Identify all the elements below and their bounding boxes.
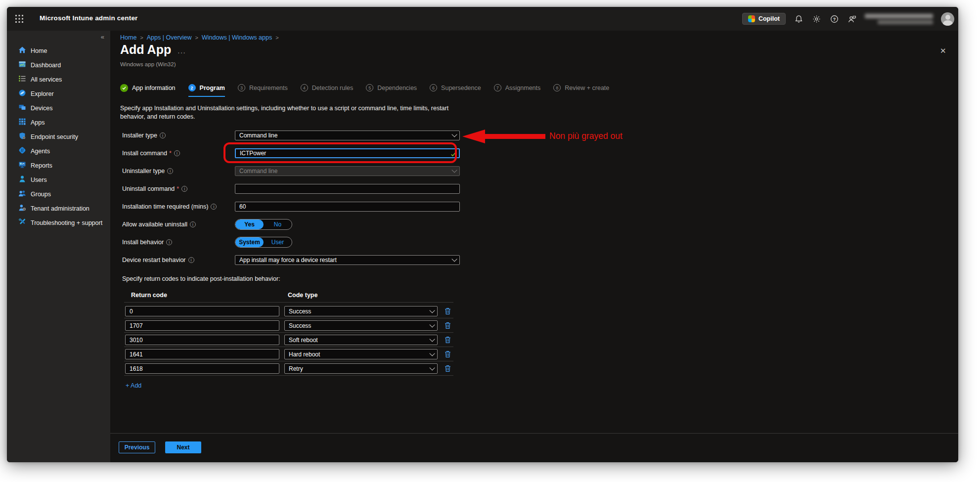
breadcrumb-home[interactable]: Home bbox=[120, 34, 136, 41]
sidebar-item-agents[interactable]: Agents bbox=[7, 144, 110, 158]
devices-icon bbox=[18, 103, 26, 113]
account-name-blurred bbox=[865, 14, 933, 24]
sidebar-item-troubleshooting[interactable]: Troubleshooting + support bbox=[7, 216, 110, 230]
sidebar-item-endpoint-security[interactable]: Endpoint security bbox=[7, 130, 110, 144]
sidebar-item-home[interactable]: Home bbox=[7, 44, 110, 58]
delete-icon[interactable] bbox=[445, 351, 451, 360]
feedback-icon[interactable] bbox=[847, 14, 857, 24]
help-icon[interactable]: ? bbox=[829, 14, 839, 24]
install-behavior-user[interactable]: User bbox=[264, 237, 292, 247]
all-services-icon bbox=[18, 75, 26, 84]
settings-gear-icon[interactable] bbox=[811, 14, 821, 24]
info-icon[interactable]: i bbox=[174, 150, 180, 156]
code-type-select[interactable]: Success bbox=[284, 320, 438, 331]
copilot-label: Copilot bbox=[758, 15, 780, 22]
svg-text:?: ? bbox=[833, 16, 836, 21]
code-type-select[interactable]: Soft reboot bbox=[284, 335, 438, 345]
install-time-input[interactable] bbox=[235, 202, 460, 212]
add-return-code-button[interactable]: + Add bbox=[126, 382, 141, 389]
breadcrumb-windows-apps[interactable]: Windows | Windows apps bbox=[202, 34, 272, 41]
return-code-input[interactable] bbox=[125, 335, 279, 345]
app-title: Microsoft Intune admin center bbox=[40, 14, 138, 22]
chevron-down-icon bbox=[429, 336, 435, 342]
allow-uninstall-yes[interactable]: Yes bbox=[235, 219, 264, 229]
chevron-down-icon bbox=[429, 351, 435, 356]
sidebar-item-devices[interactable]: Devices bbox=[7, 101, 110, 115]
intune-admin-window: Microsoft Intune admin center Copilot bbox=[7, 7, 958, 462]
wizard-steps: App information 2 Program 3 Requirements… bbox=[120, 84, 609, 97]
close-icon[interactable]: ✕ bbox=[940, 46, 946, 55]
copilot-button[interactable]: Copilot bbox=[742, 13, 786, 25]
tab-requirements[interactable]: 3 Requirements bbox=[238, 84, 288, 96]
copilot-icon bbox=[748, 15, 755, 22]
info-icon[interactable]: i bbox=[188, 257, 194, 263]
code-type-select[interactable]: Hard reboot bbox=[284, 349, 438, 359]
notifications-bell-icon[interactable] bbox=[794, 14, 803, 24]
tab-dependencies[interactable]: 5 Dependencies bbox=[366, 84, 417, 96]
uninstall-command-input[interactable] bbox=[235, 184, 460, 194]
previous-button[interactable]: Previous bbox=[119, 441, 155, 453]
install-behavior-toggle: System User bbox=[235, 237, 292, 248]
sidebar-collapse-icon[interactable]: « bbox=[101, 33, 104, 41]
delete-icon[interactable] bbox=[445, 336, 451, 346]
sidebar-item-dashboard[interactable]: Dashboard bbox=[7, 58, 110, 72]
info-icon[interactable]: i bbox=[211, 204, 217, 210]
next-button[interactable]: Next bbox=[165, 441, 201, 453]
uninstaller-type-row: Uninstaller typei Command line bbox=[110, 166, 958, 176]
more-options-icon[interactable]: ··· bbox=[178, 48, 186, 56]
sidebar-item-all-services[interactable]: All services bbox=[7, 72, 110, 87]
install-command-input[interactable] bbox=[235, 148, 460, 158]
info-icon[interactable]: i bbox=[181, 186, 187, 192]
breadcrumb-apps-overview[interactable]: Apps | Overview bbox=[147, 34, 192, 41]
install-behavior-system[interactable]: System bbox=[235, 237, 264, 247]
sidebar-item-groups[interactable]: Groups bbox=[7, 187, 110, 201]
delete-icon[interactable] bbox=[445, 322, 451, 331]
uninstaller-type-select: Command line bbox=[235, 166, 460, 176]
info-icon[interactable]: i bbox=[160, 132, 166, 138]
sidebar-item-users[interactable]: Users bbox=[7, 173, 110, 187]
uninstall-command-row: Uninstall command*i bbox=[110, 183, 958, 194]
code-type-header: Code type bbox=[288, 292, 317, 299]
info-icon[interactable]: i bbox=[167, 168, 173, 174]
return-code-header: Return code bbox=[131, 292, 167, 299]
avatar[interactable] bbox=[941, 12, 954, 26]
chevron-down-icon bbox=[451, 131, 457, 137]
dashboard-icon bbox=[18, 60, 26, 70]
apps-icon bbox=[18, 118, 26, 127]
sidebar-item-reports[interactable]: Reports bbox=[7, 158, 110, 173]
tab-app-information[interactable]: App information bbox=[120, 84, 176, 96]
sidebar-item-explorer[interactable]: Explorer bbox=[7, 87, 110, 101]
allow-uninstall-no[interactable]: No bbox=[264, 219, 292, 229]
sidebar-item-tenant-administration[interactable]: Tenant administration bbox=[7, 201, 110, 216]
tenant-administration-icon bbox=[18, 204, 26, 213]
return-code-input[interactable] bbox=[125, 306, 279, 316]
code-type-select[interactable]: Success bbox=[284, 306, 438, 316]
return-code-row bbox=[125, 363, 279, 374]
restart-behavior-row: Device restart behaviori App install may… bbox=[110, 255, 958, 265]
tab-program[interactable]: 2 Program bbox=[188, 84, 225, 97]
valid-check-icon bbox=[450, 150, 456, 159]
installer-type-select[interactable]: Command line bbox=[235, 131, 460, 140]
sidebar-item-apps[interactable]: Apps bbox=[7, 115, 110, 130]
tab-supersedence[interactable]: 6 Supersedence bbox=[430, 84, 481, 96]
troubleshooting-icon bbox=[18, 218, 26, 227]
tab-review-create[interactable]: 8 Review + create bbox=[553, 84, 609, 96]
return-code-input[interactable] bbox=[125, 363, 279, 374]
annotation-text: Non più grayed out bbox=[549, 131, 623, 141]
restart-behavior-select[interactable]: App install may force a device restart bbox=[235, 255, 460, 265]
tab-assignments[interactable]: 7 Assignments bbox=[494, 84, 541, 96]
return-code-input[interactable] bbox=[125, 349, 279, 359]
app-launcher-icon[interactable] bbox=[15, 14, 24, 23]
return-code-input[interactable] bbox=[125, 320, 279, 331]
agents-icon bbox=[18, 146, 26, 156]
delete-icon[interactable] bbox=[445, 307, 451, 317]
allow-uninstall-toggle: Yes No bbox=[235, 219, 292, 230]
code-type-select[interactable]: Retry bbox=[284, 363, 438, 374]
info-icon[interactable]: i bbox=[166, 239, 172, 245]
step-complete-check-icon bbox=[120, 84, 128, 92]
allow-uninstall-row: Allow available uninstalli Yes No bbox=[110, 219, 958, 230]
install-behavior-row: Install behaviori System User bbox=[110, 237, 958, 248]
delete-icon[interactable] bbox=[445, 365, 451, 374]
tab-detection-rules[interactable]: 4 Detection rules bbox=[301, 84, 353, 96]
info-icon[interactable]: i bbox=[190, 221, 196, 227]
